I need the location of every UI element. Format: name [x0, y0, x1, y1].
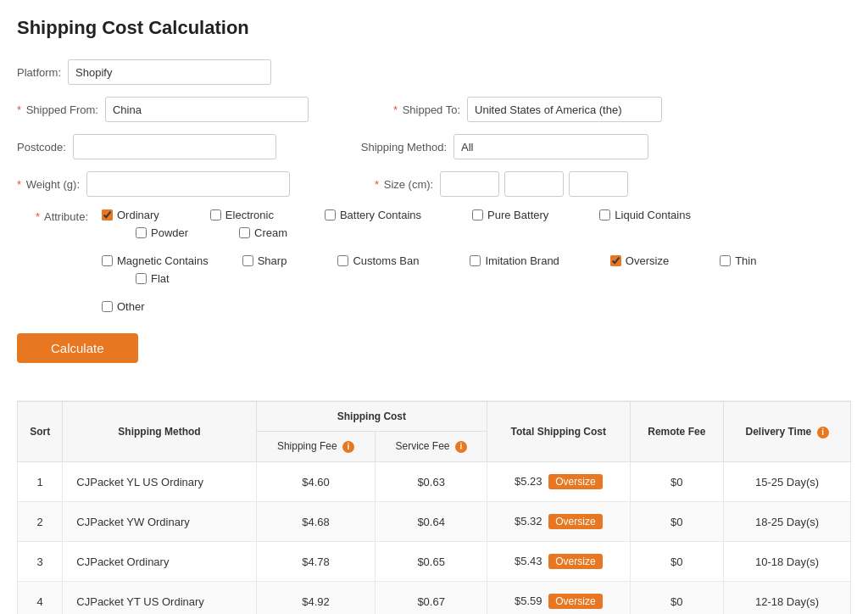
attr-magnetic-contains[interactable]: Magnetic Contains: [102, 254, 209, 267]
postcode-label: Postcode:: [17, 141, 66, 154]
required-star: *: [17, 103, 21, 116]
calculate-button[interactable]: Calculate: [17, 333, 138, 363]
shipping-method-select[interactable]: All Standard Express Economy: [453, 134, 648, 159]
attr-electronic-checkbox[interactable]: [210, 209, 221, 220]
cell-remote: $0: [630, 542, 724, 582]
shipped-from-group: * Shipped From: China United States Unit…: [17, 97, 309, 122]
platform-row: Platform: Shopify WooCommerce Magento Ot…: [17, 59, 851, 85]
results-table: Sort Shipping Method Shipping Cost Total…: [17, 401, 851, 614]
table-row: 1 CJPacket YL US Ordinary $4.60 $0.63 $5…: [18, 462, 851, 502]
attributes-container: Ordinary Electronic Battery Contains Pur…: [102, 209, 797, 318]
col-shipping-cost: Shipping Cost: [256, 402, 487, 432]
attr-cream-checkbox[interactable]: [239, 227, 250, 238]
col-total-shipping-cost: Total Shipping Cost: [487, 402, 630, 462]
size-label: * Size (cm):: [375, 178, 433, 191]
shipping-method-label: Shipping Method:: [361, 141, 447, 154]
attribute-row: * Attribute: Ordinary Electronic Battery…: [17, 209, 851, 318]
attr-powder-checkbox[interactable]: [136, 227, 147, 238]
attr-oversize[interactable]: Oversize: [610, 254, 669, 267]
attr-battery-contains-checkbox[interactable]: [325, 209, 336, 220]
shipped-from-select[interactable]: China United States United Kingdom: [105, 97, 309, 122]
cell-total: $5.43 Oversize: [487, 542, 630, 582]
attr-imitation-brand-checkbox[interactable]: [470, 255, 481, 266]
attr-ordinary-checkbox[interactable]: [102, 209, 113, 220]
weight-input[interactable]: 100: [86, 171, 290, 197]
col-shipping-fee: Shipping Fee i: [256, 432, 376, 462]
attr-liquid-contains[interactable]: Liquid Contains: [599, 209, 691, 221]
cell-shipping-fee: $4.60: [256, 462, 376, 502]
cell-service-fee: $0.64: [376, 502, 487, 542]
cell-shipping-fee: $4.68: [256, 502, 376, 542]
attr-pure-battery-checkbox[interactable]: [472, 209, 483, 220]
size-z-input[interactable]: 10: [569, 171, 628, 197]
attr-cream[interactable]: Cream: [239, 226, 287, 239]
shipping-method-group: Shipping Method: All Standard Express Ec…: [361, 134, 648, 159]
total-cost: $5.59: [515, 594, 542, 607]
cell-total: $5.59 Oversize: [487, 582, 630, 615]
attr-other-checkbox[interactable]: [102, 301, 113, 312]
attr-flat[interactable]: Flat: [136, 272, 170, 285]
weight-size-row: * Weight (g): 100 * Size (cm): 10 10 10: [17, 171, 851, 197]
shipped-row: * Shipped From: China United States Unit…: [17, 97, 851, 122]
attr-sharp-checkbox[interactable]: [242, 255, 253, 266]
col-shipping-method: Shipping Method: [63, 402, 256, 462]
table-row: 4 CJPacket YT US Ordinary $4.92 $0.67 $5…: [18, 582, 851, 615]
cell-remote: $0: [630, 462, 724, 502]
cell-delivery: 15-25 Day(s): [724, 462, 851, 502]
col-remote-fee: Remote Fee: [630, 402, 724, 462]
shipped-to-select[interactable]: United States of America (the) United Ki…: [467, 97, 662, 122]
attr-electronic[interactable]: Electronic: [210, 209, 274, 221]
col-delivery-time: Delivery Time i: [724, 402, 851, 462]
weight-group: * Weight (g): 100: [17, 171, 290, 197]
cell-service-fee: $0.63: [376, 462, 487, 502]
cell-total: $5.32 Oversize: [487, 502, 630, 542]
delivery-info-icon: i: [817, 427, 829, 438]
size-x-input[interactable]: 10: [440, 171, 499, 197]
cell-sort: 4: [18, 582, 63, 615]
cell-method: CJPacket Ordinary: [63, 542, 256, 582]
shipped-from-label: * Shipped From:: [17, 103, 98, 116]
attr-thin[interactable]: Thin: [720, 254, 756, 267]
cell-remote: $0: [630, 502, 724, 542]
cell-method: CJPacket YT US Ordinary: [63, 582, 256, 615]
weight-label: * Weight (g):: [17, 178, 80, 191]
size-group: * Size (cm): 10 10 10: [375, 171, 628, 197]
cell-remote: $0: [630, 582, 724, 615]
shipped-to-group: * Shipped To: United States of America (…: [393, 97, 662, 122]
col-service-fee: Service Fee i: [376, 432, 487, 462]
attr-pure-battery[interactable]: Pure Battery: [472, 209, 548, 221]
col-sort: Sort: [18, 402, 63, 462]
oversize-badge: Oversize: [548, 474, 602, 489]
size-y-input[interactable]: 10: [504, 171, 564, 197]
attr-flat-checkbox[interactable]: [136, 273, 147, 284]
attr-liquid-contains-checkbox[interactable]: [599, 209, 610, 220]
required-star4: *: [375, 178, 379, 191]
size-inputs: 10 10 10: [440, 171, 628, 197]
cell-shipping-fee: $4.92: [256, 582, 376, 615]
attr-imitation-brand[interactable]: Imitation Brand: [470, 254, 559, 267]
shipped-to-label: * Shipped To:: [393, 103, 460, 116]
attr-ordinary[interactable]: Ordinary: [102, 209, 159, 221]
attr-oversize-checkbox[interactable]: [610, 255, 621, 266]
attr-thin-checkbox[interactable]: [720, 255, 731, 266]
total-cost: $5.23: [515, 475, 542, 488]
attr-battery-contains[interactable]: Battery Contains: [325, 209, 421, 221]
attr-magnetic-contains-checkbox[interactable]: [102, 255, 113, 266]
table-header-row-1: Sort Shipping Method Shipping Cost Total…: [18, 402, 851, 432]
page-title: Shipping Cost Calculation: [17, 17, 851, 39]
table-row: 2 CJPacket YW Ordinary $4.68 $0.64 $5.32…: [18, 502, 851, 542]
table-row: 3 CJPacket Ordinary $4.78 $0.65 $5.43 Ov…: [18, 542, 851, 582]
attribute-label: * Attribute:: [36, 210, 88, 223]
cell-sort: 1: [18, 462, 63, 502]
attr-customs-ban[interactable]: Customs Ban: [337, 254, 419, 267]
attr-customs-ban-checkbox[interactable]: [337, 255, 348, 266]
platform-select[interactable]: Shopify WooCommerce Magento Other: [68, 59, 271, 85]
attr-other[interactable]: Other: [102, 300, 145, 313]
attr-sharp[interactable]: Sharp: [242, 254, 287, 267]
attr-powder[interactable]: Powder: [136, 226, 188, 239]
postcode-input[interactable]: [73, 134, 276, 159]
shipping-form: Platform: Shopify WooCommerce Magento Ot…: [17, 59, 851, 383]
cell-delivery: 10-18 Day(s): [724, 542, 851, 582]
cell-sort: 2: [18, 502, 63, 542]
platform-group: Platform: Shopify WooCommerce Magento Ot…: [17, 59, 271, 85]
